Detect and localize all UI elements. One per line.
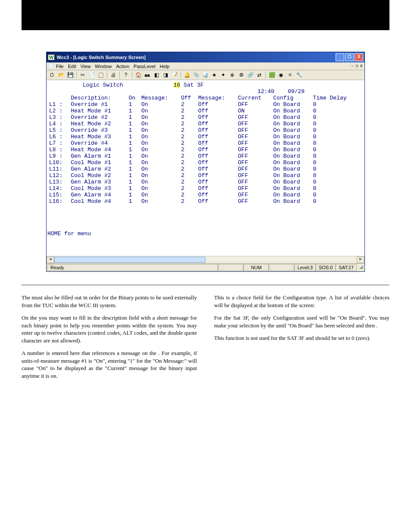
table-row[interactable]: L3 :Override #21On2OffOFFOn Board0 [49,114,362,121]
toolbar-icon[interactable]: 📋 [97,71,105,79]
close-button[interactable]: X [355,53,363,61]
menu-action[interactable]: Action [116,64,129,69]
toolbar-icon[interactable]: ★ [210,71,218,79]
toolbar-icon[interactable]: 🖨 [109,71,117,79]
titlebar[interactable]: W Wcc3 - [Logic Switch Summary Screen] _… [47,52,364,62]
row-off: 2 [181,153,198,159]
toolbar-icon[interactable]: 🔔 [183,71,191,79]
row-config: On Board [273,159,313,166]
table-row[interactable]: L5 :Override #31On2OffOFFOn Board0 [49,127,362,134]
toolbar-icon[interactable]: ✦ [219,71,227,79]
sat-number-field[interactable]: 16 [174,82,181,88]
row-off: 2 [181,108,198,114]
row-off: 2 [181,185,198,192]
time-value: 12:40 [258,88,274,95]
table-row[interactable]: L13:Gen Alarm #31On2OffOFFOn Board0 [49,179,362,185]
row-off: 2 [181,159,198,166]
mdi-doc-icon[interactable]: 📄 [48,63,54,69]
row-off-msg: Off [198,134,238,140]
table-row[interactable]: L8 :Heat Mode #41On2OffOFFOn Board0 [49,146,362,153]
row-current: OFF [238,185,273,192]
scroll-track[interactable] [54,257,357,263]
row-on-msg: On [141,127,181,134]
row-config: On Board [273,166,313,172]
row-config: On Board [273,134,313,140]
toolbar-icon[interactable]: ✂ [79,71,87,79]
mdi-restore-button[interactable]: ❐ [355,63,358,69]
toolbar-icon[interactable]: ※ [228,71,236,79]
toolbar-icon[interactable]: ◉ [277,71,285,79]
row-time-delay: 0 [313,140,362,146]
row-desc: Heat Mode #2 [71,121,129,127]
table-row[interactable]: L11:Gen Alarm #21On2OffOFFOn Board0 [49,166,362,172]
toolbar-icon[interactable]: ⚙ [237,71,245,79]
toolbar-icon[interactable]: 🔗 [246,71,254,79]
row-config: On Board [273,198,313,205]
status-sat: SAT:27 [336,264,357,271]
table-row[interactable]: L9 :Gen Alarm #11On2OffOFFOn Board0 [49,153,362,159]
table-row[interactable]: L1 :Override #11On2OffOFFOn Board0 [49,101,362,108]
toolbar-icon[interactable]: 📝 [171,71,178,79]
row-time-delay: 0 [313,172,362,179]
horizontal-scrollbar[interactable]: ◄ ► [47,256,364,263]
col-description: Description: [71,95,129,101]
table-row[interactable]: L12:Cool Mode #21On2OffOFFOn Board0 [49,172,362,179]
toolbar-icon[interactable]: 🏠 [134,71,142,79]
row-on-msg: On [141,108,181,114]
toolbar-icon[interactable]: 🔧 [295,71,303,79]
toolbar-icon[interactable]: 📎 [192,71,200,79]
minimize-button[interactable]: _ [336,53,344,61]
toolbar-separator [107,72,107,78]
row-id: L5 : [49,127,71,134]
menu-edit[interactable]: Edit [68,64,76,69]
row-off-msg: Off [198,140,238,146]
scroll-thumb[interactable] [54,257,206,263]
menu-file[interactable]: File [56,64,64,69]
toolbar-icon[interactable]: 📊 [201,71,209,79]
row-id: L1 : [49,101,71,108]
row-current: OFF [238,179,273,185]
row-on: 1 [129,179,141,185]
row-on-msg: On [141,185,181,192]
toolbar-icon[interactable]: ◧ [153,71,160,79]
toolbar-icon[interactable]: ◨ [162,71,169,79]
row-id: L7 : [49,140,71,146]
toolbar-icon[interactable]: 🏘 [143,71,151,79]
toolbar-icon[interactable]: 💾 [66,71,74,79]
toolbar-icon[interactable]: 📄 [88,71,96,79]
row-off-msg: Off [198,179,238,185]
toolbar-icon[interactable]: 🟩 [268,71,276,79]
mdi-minimize-button[interactable]: - [351,63,354,69]
toolbar-icon[interactable]: ⚛ [286,71,294,79]
scroll-left-arrow-icon[interactable]: ◄ [47,256,54,263]
row-time-delay: 0 [313,114,362,121]
toolbar-icon[interactable]: 📂 [57,71,65,79]
toolbar-icon[interactable]: ⇄ [255,71,263,79]
toolbar-icon[interactable]: 🗋 [48,71,56,79]
resize-grip-icon[interactable]: ◢ [357,264,364,271]
table-row[interactable]: L16:Cool Mode #41On2OffOFFOn Board0 [49,198,362,205]
mdi-close-button[interactable]: x [360,63,363,69]
maximize-button[interactable]: ☐ [345,53,354,61]
table-row[interactable]: L10:Cool Mode #11On2OffOFFOn Board0 [49,159,362,166]
toolbar-icon[interactable]: ? [122,71,130,79]
row-config: On Board [273,153,313,159]
menu-help[interactable]: Help [160,64,170,69]
table-row[interactable]: L4 :Heat Mode #21On2OffOFFOn Board0 [49,121,362,127]
table-row[interactable]: L2 :Heat Mode #11On2OffONOn Board0 [49,108,362,114]
table-row[interactable]: L7 :Override #41On2OffOFFOn Board0 [49,140,362,146]
menu-passlevel[interactable]: PassLevel [134,64,156,69]
table-row[interactable]: L15:Gen Alarm #41On2OffOFFOn Board0 [49,192,362,198]
row-desc: Gen Alarm #3 [71,179,129,185]
row-off: 2 [181,114,198,121]
row-desc: Override #1 [71,101,129,108]
row-desc: Gen Alarm #4 [71,192,129,198]
row-on: 1 [129,114,141,121]
table-row[interactable]: L14:Cool Mode #31On2OffOFFOn Board0 [49,185,362,192]
table-row[interactable]: L6 :Heat Mode #31On2OffOFFOn Board0 [49,134,362,140]
menu-view[interactable]: View [81,64,91,69]
row-id: L11: [49,166,71,172]
menu-window[interactable]: Window [95,64,112,69]
scroll-right-arrow-icon[interactable]: ► [357,256,364,263]
row-on: 1 [129,146,141,153]
